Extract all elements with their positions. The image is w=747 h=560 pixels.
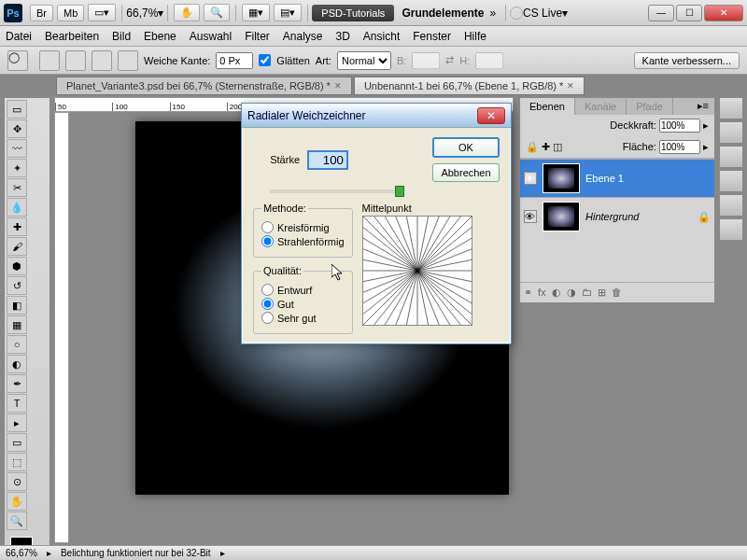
path-select-tool[interactable]: ▸ bbox=[7, 413, 27, 432]
panel-icon[interactable] bbox=[719, 170, 743, 192]
close-icon[interactable]: ✕ bbox=[334, 81, 342, 91]
eraser-tool[interactable]: ◧ bbox=[7, 296, 27, 315]
zoom-dropdown-icon[interactable]: ▾ bbox=[158, 7, 163, 20]
menu-bearbeiten[interactable]: Bearbeiten bbox=[45, 30, 99, 43]
delete-icon[interactable]: 🗑 bbox=[612, 287, 622, 299]
history-brush-tool[interactable]: ↺ bbox=[7, 276, 27, 295]
cslive-label[interactable]: CS Live bbox=[523, 7, 562, 20]
panel-tab-paths[interactable]: Pfade bbox=[627, 98, 673, 115]
panel-tab-layers[interactable]: Ebenen bbox=[520, 98, 575, 115]
panel-menu-icon[interactable]: ▸≡ bbox=[692, 98, 714, 115]
dialog-close-button[interactable]: ✕ bbox=[477, 107, 505, 124]
opacity-input[interactable] bbox=[659, 119, 700, 133]
menu-hilfe[interactable]: Hilfe bbox=[464, 30, 486, 43]
strength-input[interactable] bbox=[307, 150, 348, 170]
menu-3d[interactable]: 3D bbox=[336, 30, 350, 43]
zoom-tool[interactable]: 🔍 bbox=[7, 511, 27, 530]
mask-icon[interactable]: ◐ bbox=[552, 287, 561, 299]
link-icon[interactable]: ⚭ bbox=[524, 287, 532, 299]
panel-icon[interactable] bbox=[719, 218, 743, 241]
layer-name[interactable]: Hintergrund bbox=[585, 211, 639, 222]
layer-thumbnail[interactable] bbox=[543, 202, 580, 231]
gradient-tool[interactable]: ▦ bbox=[7, 315, 27, 334]
extras-button[interactable]: ▤▾ bbox=[274, 4, 302, 21]
panel-icon[interactable] bbox=[719, 121, 743, 144]
quality-best-option[interactable]: Sehr gut bbox=[261, 312, 345, 324]
blur-center-preview[interactable] bbox=[362, 216, 472, 326]
dodge-tool[interactable]: ◐ bbox=[7, 355, 27, 373]
layer-name[interactable]: Ebene 1 bbox=[585, 173, 624, 184]
arrange-button[interactable]: ▦▾ bbox=[242, 4, 270, 21]
workspace-label[interactable]: Grundelemente bbox=[402, 7, 484, 20]
zoom-display[interactable]: 66,7% bbox=[126, 7, 158, 20]
current-tool-icon[interactable]: ◯ bbox=[7, 50, 28, 71]
add-selection-icon[interactable] bbox=[65, 50, 86, 71]
visibility-icon[interactable]: 👁 bbox=[524, 172, 537, 185]
lock-icons[interactable]: 🔒 ✚ ◫ bbox=[526, 141, 562, 153]
wand-tool[interactable]: ✦ bbox=[7, 159, 27, 177]
refine-edge-button[interactable]: Kante verbessern... bbox=[634, 52, 740, 69]
style-select[interactable]: Normal bbox=[337, 51, 391, 70]
layer-thumbnail[interactable] bbox=[543, 163, 580, 193]
group-icon[interactable]: 🗀 bbox=[582, 287, 592, 299]
close-button[interactable]: ✕ bbox=[704, 5, 743, 21]
brush-tool[interactable]: 🖌 bbox=[7, 237, 27, 256]
panel-icon[interactable] bbox=[719, 194, 743, 217]
crop-tool[interactable]: ✂ bbox=[7, 178, 27, 197]
close-icon[interactable]: ✕ bbox=[567, 81, 574, 91]
method-spin-option[interactable]: Kreisförmig bbox=[261, 221, 345, 233]
intersect-selection-icon[interactable] bbox=[118, 50, 138, 71]
hand-tool-button[interactable]: ✋ bbox=[174, 4, 200, 21]
menu-bild[interactable]: Bild bbox=[112, 30, 131, 43]
menu-ebene[interactable]: Ebene bbox=[144, 30, 176, 43]
3d-camera-tool[interactable]: ⊙ bbox=[7, 472, 27, 491]
menu-ansicht[interactable]: Ansicht bbox=[363, 30, 400, 43]
document-tab[interactable]: Planet_Variante3.psd bei 66,7% (Sternens… bbox=[56, 77, 352, 95]
visibility-icon[interactable]: 👁 bbox=[524, 210, 537, 223]
healing-tool[interactable]: ✚ bbox=[7, 217, 27, 236]
marquee-tool[interactable]: ▭ bbox=[7, 100, 27, 119]
screen-mode-button[interactable]: ▭▾ bbox=[88, 4, 116, 21]
new-layer-icon[interactable]: ⊞ bbox=[598, 287, 606, 299]
menu-fenster[interactable]: Fenster bbox=[413, 30, 451, 43]
move-tool[interactable]: ✥ bbox=[7, 119, 27, 138]
layer-row[interactable]: 👁 Ebene 1 bbox=[520, 159, 714, 197]
menu-auswahl[interactable]: Auswahl bbox=[190, 30, 232, 43]
menu-analyse[interactable]: Analyse bbox=[283, 30, 323, 43]
panel-icon[interactable] bbox=[719, 146, 743, 168]
status-zoom[interactable]: 66,67% bbox=[6, 548, 37, 558]
blur-tool[interactable]: ○ bbox=[7, 335, 27, 354]
panel-icon[interactable] bbox=[719, 97, 743, 119]
stamp-tool[interactable]: ⬢ bbox=[7, 257, 27, 275]
minibridge-button[interactable]: Mb bbox=[57, 5, 84, 21]
eyedropper-tool[interactable]: 💧 bbox=[7, 198, 27, 217]
minimize-button[interactable]: — bbox=[648, 5, 674, 21]
fill-input[interactable] bbox=[659, 140, 700, 154]
antialias-checkbox[interactable] bbox=[259, 54, 271, 66]
ok-button[interactable]: OK bbox=[432, 137, 500, 158]
lasso-tool[interactable]: 〰 bbox=[7, 139, 27, 158]
hand-tool[interactable]: ✋ bbox=[7, 492, 27, 511]
fx-icon[interactable]: fx bbox=[538, 287, 546, 299]
psd-tutorials-badge[interactable]: PSD-Tutorials bbox=[312, 5, 394, 21]
quality-good-option[interactable]: Gut bbox=[261, 298, 345, 310]
3d-tool[interactable]: ⬚ bbox=[7, 453, 27, 471]
method-zoom-option[interactable]: Strahlenförmig bbox=[261, 235, 345, 247]
panel-tab-channels[interactable]: Kanäle bbox=[575, 98, 627, 115]
menu-filter[interactable]: Filter bbox=[245, 30, 270, 43]
document-tab[interactable]: Unbenannt-1 bei 66,7% (Ebene 1, RGB/8) *… bbox=[354, 77, 585, 95]
bridge-button[interactable]: Br bbox=[30, 5, 53, 21]
menu-datei[interactable]: Datei bbox=[6, 30, 32, 43]
feather-input[interactable] bbox=[216, 52, 253, 69]
subtract-selection-icon[interactable] bbox=[92, 50, 112, 71]
layer-row[interactable]: 👁 Hintergrund 🔒 bbox=[520, 197, 714, 235]
adjustment-icon[interactable]: ◑ bbox=[567, 287, 576, 299]
strength-slider[interactable] bbox=[270, 189, 401, 193]
status-play-icon[interactable]: ▸ bbox=[47, 548, 51, 558]
quality-draft-option[interactable]: Entwurf bbox=[261, 284, 345, 296]
status-more-icon[interactable]: ▸ bbox=[220, 548, 225, 558]
maximize-button[interactable]: ☐ bbox=[676, 5, 702, 21]
cslive-dropdown-icon[interactable]: ▾ bbox=[562, 7, 568, 20]
new-selection-icon[interactable] bbox=[39, 50, 60, 71]
pen-tool[interactable]: ✒ bbox=[7, 374, 27, 393]
